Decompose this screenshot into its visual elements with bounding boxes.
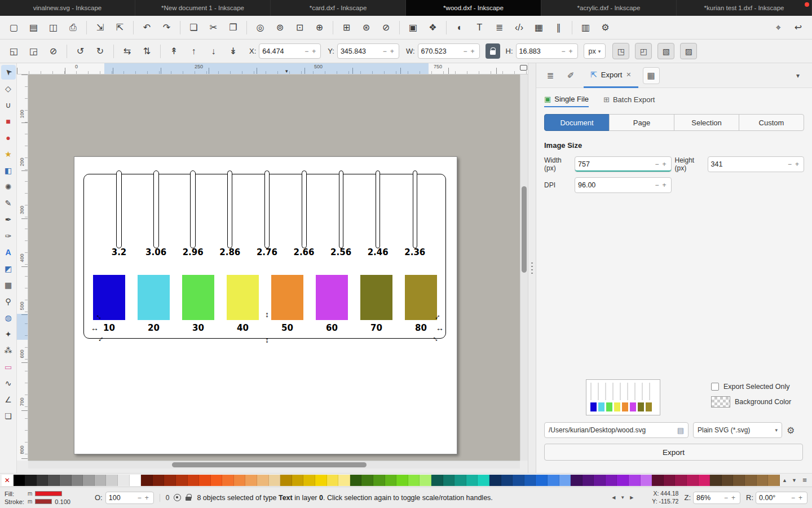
h-increment[interactable]: + bbox=[567, 47, 575, 55]
background-color-swatch[interactable] bbox=[711, 396, 730, 408]
spiral-tool[interactable]: ✺ bbox=[1, 179, 16, 194]
palette-swatch[interactable] bbox=[757, 475, 769, 486]
opacity-input[interactable]: 100 − + bbox=[105, 492, 154, 504]
zoom-input[interactable]: 86% − + bbox=[693, 492, 740, 504]
vertical-scrollbar-thumb[interactable] bbox=[522, 186, 527, 273]
scope-selection-button[interactable]: Selection bbox=[674, 114, 739, 131]
palette-swatch[interactable] bbox=[222, 475, 234, 486]
raise-to-top-button[interactable]: ↟ bbox=[165, 42, 183, 60]
palette-none-swatch[interactable]: ✕ bbox=[2, 475, 14, 486]
palette-swatch[interactable] bbox=[72, 475, 83, 486]
palette-swatch[interactable] bbox=[606, 475, 617, 486]
fill-color-swatch[interactable] bbox=[35, 491, 62, 496]
deselect-button[interactable]: ⊘ bbox=[44, 42, 63, 60]
window-tab[interactable]: *card.dxf - Inkscape bbox=[271, 0, 406, 16]
fill-stroke-indicator[interactable]: Fill: m Stroke: m 0.100 bbox=[5, 491, 89, 505]
window-tab[interactable]: *New document 1 - Inkscape bbox=[135, 0, 271, 16]
paste-button[interactable]: ❐ bbox=[224, 19, 242, 37]
dpi-increment[interactable]: + bbox=[661, 181, 668, 189]
color-test-rect[interactable] bbox=[138, 275, 170, 320]
power-label[interactable]: 20 bbox=[138, 323, 170, 333]
window-tab[interactable]: *acrylic.dxf - Inkscape bbox=[541, 0, 677, 16]
color-test-rect[interactable] bbox=[271, 275, 303, 320]
kerf-slot[interactable] bbox=[190, 170, 196, 248]
ruler-horizontal[interactable]: ▾ 0250500750 bbox=[17, 63, 528, 75]
color-test-rect[interactable] bbox=[316, 275, 348, 320]
node-tool[interactable]: ◇ bbox=[1, 81, 16, 96]
palette-swatch[interactable] bbox=[106, 475, 118, 486]
export-button[interactable]: ⇱ bbox=[111, 19, 129, 37]
shape-builder-tool[interactable]: ∪ bbox=[1, 98, 16, 112]
palette-swatch[interactable] bbox=[373, 475, 385, 486]
unlink-clone-button[interactable]: ⊘ bbox=[377, 19, 395, 37]
power-label[interactable]: 60 bbox=[316, 323, 348, 333]
snap-controls-button[interactable]: ⌖ bbox=[769, 19, 788, 37]
palette-swatch[interactable] bbox=[454, 475, 466, 486]
import-button[interactable]: ⇲ bbox=[91, 19, 109, 37]
y-input[interactable]: 345.843 − + bbox=[337, 43, 399, 59]
palette-swatch[interactable] bbox=[710, 475, 722, 486]
select-all-layers-button[interactable]: ◲ bbox=[24, 42, 43, 60]
width-input[interactable]: 757 − + bbox=[575, 156, 672, 172]
filename-input[interactable]: /Users/kurian/Desktop/wood.svg ▤ bbox=[544, 422, 689, 438]
layer-visibility-eye-icon[interactable] bbox=[174, 494, 181, 501]
slot-width-label[interactable]: 2.56 bbox=[324, 247, 358, 257]
palette-scroll-up-icon[interactable]: ▲ bbox=[780, 478, 789, 483]
folder-open-icon[interactable]: ▤ bbox=[677, 426, 684, 435]
redo-button[interactable]: ↷ bbox=[157, 19, 176, 37]
height-decrement[interactable]: − bbox=[786, 160, 793, 168]
palette-swatch[interactable] bbox=[594, 475, 606, 486]
palette-swatch[interactable] bbox=[675, 475, 687, 486]
duplicate-button[interactable]: ⊞ bbox=[337, 19, 356, 37]
zoom-decrement[interactable]: − bbox=[722, 494, 730, 502]
h-decrement[interactable]: − bbox=[560, 47, 567, 55]
dock-collapse-chevron-icon[interactable]: ▾ bbox=[789, 67, 806, 84]
window-tab[interactable]: *kurian test 1.dxf - Inkscape bbox=[677, 0, 812, 16]
save-document-button[interactable]: ◫ bbox=[44, 19, 63, 37]
power-label[interactable]: 50 bbox=[271, 323, 303, 333]
text-dialog-button[interactable]: T bbox=[470, 19, 489, 37]
dock-splitter[interactable] bbox=[528, 63, 536, 473]
kerf-slot[interactable] bbox=[339, 170, 343, 248]
zoom-center-page-button[interactable]: ⊕ bbox=[310, 19, 329, 37]
scope-document-button[interactable]: Document bbox=[544, 114, 610, 131]
scale-handle-w[interactable]: ↔ bbox=[91, 324, 99, 332]
connector-tool[interactable]: ∿ bbox=[1, 376, 16, 391]
kerf-slot[interactable] bbox=[153, 170, 159, 248]
palette-swatch[interactable] bbox=[501, 475, 513, 486]
palette-swatch[interactable] bbox=[745, 475, 757, 486]
display-mode-icon[interactable] bbox=[520, 65, 527, 71]
palette-swatch[interactable] bbox=[443, 475, 455, 486]
align-dialog-button[interactable]: ∥ bbox=[549, 19, 568, 37]
palette-swatch[interactable] bbox=[641, 475, 652, 486]
height-increment[interactable]: + bbox=[793, 160, 801, 168]
symbols-button[interactable]: ❖ bbox=[423, 19, 442, 37]
layers-dialog-button[interactable]: ≣ bbox=[490, 19, 509, 37]
palette-swatch[interactable] bbox=[25, 475, 37, 486]
power-label[interactable]: 30 bbox=[182, 323, 214, 333]
palette-swatch[interactable] bbox=[733, 475, 745, 486]
document-properties-button[interactable]: ▥ bbox=[576, 19, 595, 37]
rectangle-tool[interactable]: ■ bbox=[1, 114, 16, 129]
palette-swatch[interactable] bbox=[664, 475, 676, 486]
scope-page-button[interactable]: Page bbox=[609, 114, 674, 131]
palette-swatch[interactable] bbox=[513, 475, 524, 486]
palette-swatch[interactable] bbox=[350, 475, 362, 486]
fill-stroke-dialog-tab[interactable]: ✐ bbox=[562, 67, 579, 84]
palette-swatch[interactable] bbox=[548, 475, 559, 486]
copy-button[interactable]: ❏ bbox=[184, 19, 203, 37]
palette-swatch[interactable] bbox=[338, 475, 350, 486]
w-input[interactable]: 670.523 − + bbox=[418, 43, 480, 59]
opacity-increment[interactable]: + bbox=[143, 494, 151, 502]
nav-left-icon[interactable]: ◀ bbox=[612, 495, 615, 500]
palette-swatch[interactable] bbox=[153, 475, 165, 486]
spray-tool[interactable]: ⁂ bbox=[1, 343, 16, 358]
window-tab[interactable]: *wood.dxf - Inkscape bbox=[406, 0, 541, 16]
opacity-decrement[interactable]: − bbox=[136, 494, 143, 502]
w-increment[interactable]: + bbox=[469, 47, 476, 55]
palette-swatch[interactable] bbox=[571, 475, 582, 486]
dropper-tool[interactable]: ⚲ bbox=[1, 294, 16, 309]
format-dropdown[interactable]: Plain SVG (*.svg) ▾ bbox=[693, 422, 782, 438]
swatches-dialog-button[interactable]: ▦ bbox=[529, 19, 548, 37]
zoom-page-button[interactable]: ⊡ bbox=[290, 19, 309, 37]
